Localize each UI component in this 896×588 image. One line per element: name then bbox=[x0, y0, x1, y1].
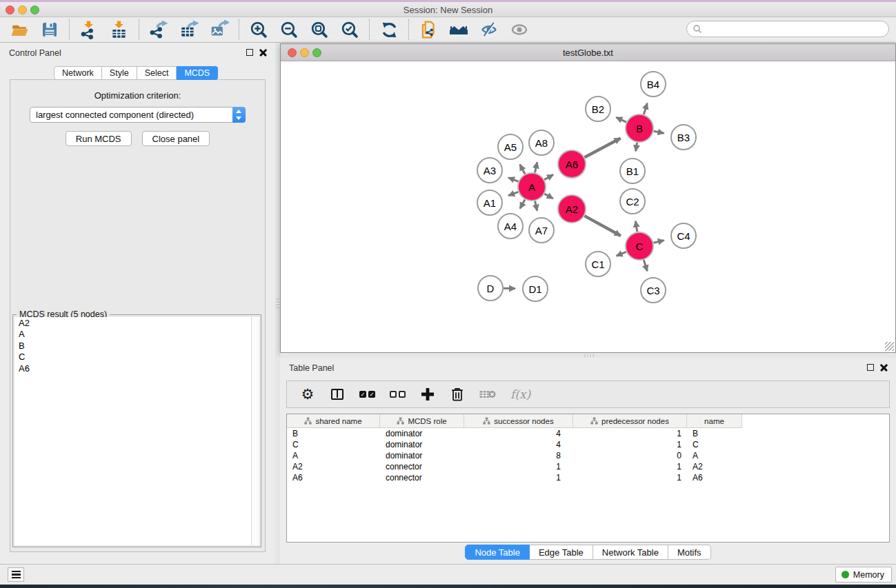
tab-network-table[interactable]: Network Table bbox=[593, 545, 668, 560]
graph-node-D[interactable]: D bbox=[477, 275, 504, 301]
mcds-result-item[interactable]: A2 bbox=[14, 317, 251, 329]
mcds-result-item[interactable]: A6 bbox=[14, 363, 251, 374]
column-header-predecessor-nodes[interactable]: predecessor nodes bbox=[573, 414, 687, 428]
splitter-grip[interactable] bbox=[584, 354, 594, 357]
graph-node-A1[interactable]: A1 bbox=[477, 190, 503, 216]
plus-icon bbox=[421, 387, 435, 401]
graph-node-B4[interactable]: B4 bbox=[640, 71, 666, 97]
show-all-button[interactable] bbox=[510, 20, 529, 39]
toggle-column-display-button[interactable] bbox=[330, 385, 345, 403]
new-network-from-selection-icon bbox=[419, 20, 438, 39]
column-header-label: MCDS role bbox=[408, 417, 446, 425]
deselect-all-rows-button[interactable] bbox=[390, 385, 406, 403]
refresh-styles-button[interactable] bbox=[379, 20, 399, 39]
table-row[interactable]: A6connector11A6 bbox=[287, 472, 889, 483]
graph-node-A3[interactable]: A3 bbox=[477, 157, 503, 183]
tab-network[interactable]: Network bbox=[54, 66, 102, 80]
tab-edge-table[interactable]: Edge Table bbox=[530, 545, 593, 560]
tab-select[interactable]: Select bbox=[137, 66, 177, 80]
select-all-rows-button[interactable]: ✓✓ bbox=[359, 385, 375, 403]
import-table-button[interactable] bbox=[110, 20, 129, 39]
graph-node-C4[interactable]: C4 bbox=[670, 223, 697, 249]
table-row[interactable]: A2connector11A2 bbox=[287, 461, 889, 472]
export-image-button[interactable] bbox=[210, 20, 229, 39]
float-panel-icon[interactable] bbox=[246, 49, 253, 56]
open-session-button[interactable] bbox=[10, 20, 29, 39]
table-settings-button[interactable]: ⚙ bbox=[300, 385, 315, 403]
memory-button[interactable]: Memory bbox=[835, 567, 892, 582]
horizontal-splitter[interactable] bbox=[280, 353, 896, 358]
close-panel-icon[interactable] bbox=[259, 48, 267, 56]
new-network-from-selection-button[interactable] bbox=[419, 20, 438, 39]
column-header-successor-nodes[interactable]: successor nodes bbox=[464, 414, 573, 428]
table-cell: dominator bbox=[380, 439, 464, 450]
close-panel-icon[interactable] bbox=[880, 363, 888, 371]
table-cell: dominator bbox=[380, 450, 464, 461]
window-resize-grip[interactable] bbox=[885, 342, 894, 351]
vertical-splitter[interactable] bbox=[275, 43, 280, 564]
network-canvas[interactable]: B4B2BB3A5A8A6B1A3AC2A1A2A4A7C4CC1C3DD1 bbox=[281, 61, 895, 352]
column-header-MCDS-role[interactable]: MCDS role bbox=[380, 414, 464, 428]
export-network-button[interactable] bbox=[149, 20, 168, 39]
graph-node-A4[interactable]: A4 bbox=[497, 213, 524, 239]
graph-node-B[interactable]: B bbox=[625, 114, 654, 143]
column-header-label: successor nodes bbox=[494, 417, 553, 425]
delete-columns-button[interactable] bbox=[450, 385, 465, 403]
column-header-label: name bbox=[704, 417, 724, 425]
delete-table-button[interactable] bbox=[479, 385, 496, 403]
hide-selected-button[interactable] bbox=[479, 20, 499, 39]
save-session-button[interactable] bbox=[40, 20, 59, 39]
zoom-selected-button[interactable] bbox=[340, 20, 359, 39]
create-column-button[interactable] bbox=[420, 385, 435, 403]
function-builder-button[interactable]: f(x) bbox=[510, 385, 530, 403]
tab-mcds[interactable]: MCDS bbox=[177, 66, 218, 80]
column-header-name[interactable]: name bbox=[687, 414, 742, 428]
graph-node-C3[interactable]: C3 bbox=[640, 277, 666, 303]
graph-node-D1[interactable]: D1 bbox=[522, 276, 548, 302]
table-row[interactable]: Adominator80A bbox=[287, 450, 889, 461]
graph-node-A5[interactable]: A5 bbox=[497, 134, 524, 160]
graph-node-B2[interactable]: B2 bbox=[585, 96, 611, 122]
graph-node-A7[interactable]: A7 bbox=[528, 217, 555, 243]
search-field[interactable] bbox=[686, 21, 889, 37]
table-panel-title: Table Panel bbox=[289, 363, 334, 373]
mcds-result-item[interactable]: A bbox=[14, 329, 251, 341]
graph-node-A8[interactable]: A8 bbox=[528, 130, 555, 156]
import-network-button[interactable] bbox=[79, 20, 99, 39]
search-input[interactable] bbox=[702, 23, 888, 35]
graph-node-C1[interactable]: C1 bbox=[585, 251, 611, 277]
graph-node-C2[interactable]: C2 bbox=[619, 188, 646, 214]
mcds-result-item[interactable]: C bbox=[14, 352, 251, 363]
optimization-criterion-select[interactable]: largest connected component (directed) bbox=[30, 107, 246, 123]
table-row[interactable]: Cdominator41C bbox=[287, 439, 889, 450]
first-neighbors-button[interactable] bbox=[449, 20, 468, 39]
table-cell: C bbox=[287, 439, 380, 450]
graph-node-A[interactable]: A bbox=[517, 172, 546, 201]
column-header-shared-name[interactable]: shared name bbox=[287, 414, 380, 428]
graph-node-A6[interactable]: A6 bbox=[557, 150, 586, 179]
mcds-result-scrollbar[interactable] bbox=[251, 317, 259, 545]
table-cell: connector bbox=[380, 461, 464, 472]
tab-motifs[interactable]: Motifs bbox=[668, 545, 711, 560]
mcds-result-item[interactable]: B bbox=[14, 340, 251, 352]
table-panel: Table Panel ⚙ ✓✓ bbox=[280, 358, 896, 564]
tab-node-table[interactable]: Node Table bbox=[465, 545, 530, 560]
table-row[interactable]: Bdominator41B bbox=[287, 428, 889, 439]
task-history-button[interactable] bbox=[8, 567, 24, 582]
zoom-selected-icon bbox=[341, 21, 359, 39]
splitter-grip[interactable] bbox=[276, 298, 279, 308]
tab-style[interactable]: Style bbox=[102, 66, 137, 80]
graph-node-A2[interactable]: A2 bbox=[557, 194, 586, 223]
graph-node-C[interactable]: C bbox=[625, 232, 654, 261]
import-network-icon bbox=[79, 20, 99, 39]
float-panel-icon[interactable] bbox=[867, 364, 874, 371]
close-panel-button[interactable]: Close panel bbox=[142, 131, 210, 146]
network-window-titlebar[interactable]: testGlobe.txt bbox=[281, 44, 895, 61]
export-table-button[interactable] bbox=[179, 20, 199, 39]
zoom-out-button[interactable] bbox=[279, 20, 299, 39]
run-mcds-button[interactable]: Run MCDS bbox=[66, 131, 132, 146]
zoom-fit-button[interactable] bbox=[310, 20, 329, 39]
zoom-in-button[interactable] bbox=[249, 20, 268, 39]
graph-node-B3[interactable]: B3 bbox=[670, 124, 697, 150]
graph-node-B1[interactable]: B1 bbox=[619, 158, 646, 184]
